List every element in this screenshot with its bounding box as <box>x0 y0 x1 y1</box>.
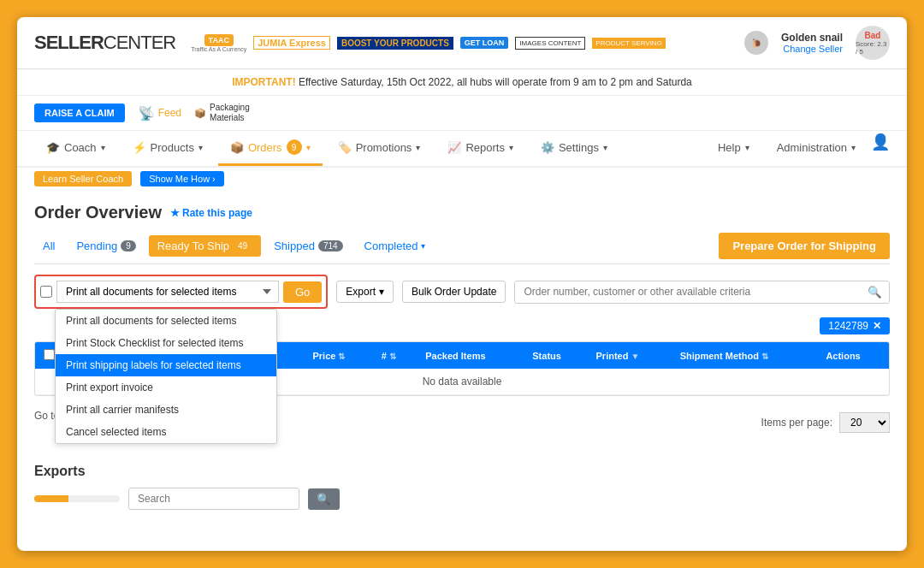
chevron-down-icon-reports: ▾ <box>509 143 513 152</box>
main-content: Order Overview ★ Rate this page All Pend… <box>17 190 907 464</box>
export-button[interactable]: Export ▾ <box>336 281 394 303</box>
prepare-order-button[interactable]: Prepare Order for Shipping <box>719 233 890 259</box>
tab-ready-label: Ready To Ship <box>157 240 229 252</box>
items-per-page-select[interactable]: 20 50 100 <box>839 412 890 433</box>
col-hash: # ⇅ <box>373 342 417 369</box>
raise-claim-button[interactable]: RAISE A CLAIM <box>34 104 125 122</box>
rss-icon: 📡 <box>138 105 155 121</box>
dropdown-menu-item-5[interactable]: Print all carrier manifests <box>56 399 276 421</box>
top-right: 🐌 Golden snail Change Seller Bad Score: … <box>744 26 890 60</box>
announcement-bar: IMPORTANT! Effective Saturday, 15th Oct … <box>17 69 907 96</box>
star-icon: ★ <box>170 207 180 219</box>
nav-item-settings[interactable]: ⚙️ Settings ▾ <box>529 133 619 165</box>
nav-bar: 🎓 Coach ▾ ⚡ Products ▾ 📦 Orders 9 ▾ 🏷️ P… <box>17 131 907 168</box>
bulk-order-button[interactable]: Bulk Order Update <box>402 281 506 303</box>
nav-help[interactable]: Help ▾ <box>706 133 761 165</box>
go-button[interactable]: Go <box>283 281 322 303</box>
chevron-down-icon-settings: ▾ <box>603 143 607 152</box>
nav-item-promotions[interactable]: 🏷️ Promotions ▾ <box>326 133 433 165</box>
getloan-badge: GET LOAN <box>460 37 509 49</box>
logo-seller: SELLER <box>34 32 104 53</box>
packaging-label: PackagingMaterials <box>210 103 250 123</box>
dropdown-menu-item-4[interactable]: Print export invoice <box>56 376 276 399</box>
feed-button[interactable]: 📡 Feed <box>138 105 181 121</box>
show-me-arrow: › <box>212 174 216 184</box>
main-container: SELLERCENTER TAAC Traffic As A Currency … <box>17 17 907 551</box>
header-checkbox[interactable] <box>44 349 55 360</box>
score-value: Score: 2.3 / 5 <box>856 40 890 56</box>
select-all-checkbox[interactable] <box>40 286 52 298</box>
col-printed: Printed ▼ <box>588 342 672 369</box>
page-title: Order Overview <box>34 203 162 222</box>
exports-search-button[interactable]: 🔍 <box>308 488 340 510</box>
chevron-down-icon-admin: ▾ <box>851 143 856 152</box>
col-shipment-method: Shipment Method ⇅ <box>672 342 818 369</box>
nav-products-label: Products <box>151 141 194 154</box>
exports-section: Exports 🔍 <box>17 464 907 523</box>
exports-progress-bar <box>34 495 120 502</box>
tab-shipped[interactable]: Shipped 714 <box>265 235 351 257</box>
chevron-down-icon-promotions: ▾ <box>416 143 420 152</box>
tab-ready[interactable]: Ready To Ship 49 <box>149 235 261 257</box>
bulk-action-select[interactable]: Print all documents for selected items P… <box>56 281 279 303</box>
nav-item-reports[interactable]: 📈 Reports ▾ <box>435 133 525 165</box>
nav-settings-label: Settings <box>559 141 599 154</box>
chevron-down-icon-products: ▾ <box>198 143 203 152</box>
search-button[interactable]: 🔍 <box>861 281 889 303</box>
search-bar: 🔍 <box>514 281 890 304</box>
chevron-down-icon-completed: ▾ <box>421 241 425 251</box>
boost-badge: BOOST YOUR PRODUCTS <box>337 37 453 50</box>
packaging-button[interactable]: 📦 PackagingMaterials <box>194 103 250 123</box>
nav-coach-label: Coach <box>64 141 97 154</box>
dropdown-menu-item-2[interactable]: Print Stock Checklist for selected items <box>56 332 276 354</box>
export-label: Export <box>346 286 376 298</box>
rate-label: Rate this page <box>182 207 252 219</box>
pending-badge: 9 <box>121 240 136 251</box>
show-me-how-button[interactable]: Show Me How › <box>140 171 224 186</box>
chevron-down-icon-export: ▾ <box>379 286 384 298</box>
rate-page-link[interactable]: ★ Rate this page <box>170 207 252 219</box>
logo-badges: TAAC Traffic As A Currency JUMIA Express… <box>191 34 666 52</box>
nav-item-coach[interactable]: 🎓 Coach ▾ <box>34 133 117 165</box>
nav-promotions-label: Promotions <box>356 141 412 154</box>
tab-pending[interactable]: Pending 9 <box>68 235 144 257</box>
learn-bar: Learn Seller Coach Show Me How › <box>17 168 907 190</box>
nav-help-label: Help <box>718 141 741 154</box>
orders-badge: 9 <box>287 139 302 155</box>
chevron-down-icon-help: ▾ <box>745 143 749 152</box>
order-search-input[interactable] <box>515 281 861 302</box>
col-price: Price ⇅ <box>304 342 372 369</box>
tab-completed[interactable]: Completed ▾ <box>356 235 435 257</box>
nav-admin[interactable]: Administration ▾ <box>765 133 868 165</box>
announcement-text: Effective Saturday, 15th Oct 2022, all h… <box>299 76 692 88</box>
tab-all[interactable]: All <box>34 235 63 257</box>
col-packed-items: Packed Items <box>417 342 524 369</box>
important-label: IMPORTANT! <box>232 76 295 88</box>
coach-icon: 🎓 <box>46 141 60 154</box>
action-bar: RAISE A CLAIM 📡 Feed 📦 PackagingMaterial… <box>17 96 907 131</box>
dropdown-menu-item-6[interactable]: Cancel selected items <box>56 421 276 443</box>
filter-tag-close[interactable]: ✕ <box>873 320 881 332</box>
order-actions-bar: Print all documents for selected items P… <box>34 275 890 309</box>
product-badge: PRODUCT SERVING <box>592 38 666 49</box>
sort-icon-printed: ▼ <box>631 352 639 361</box>
nav-orders-label: Orders <box>248 141 282 154</box>
score-bad-label: Bad <box>865 31 881 40</box>
nav-reports-label: Reports <box>465 141 505 154</box>
shipped-badge: 714 <box>318 240 343 251</box>
page-title-row: Order Overview ★ Rate this page <box>34 203 890 222</box>
learn-seller-coach-button[interactable]: Learn Seller Coach <box>34 171 132 186</box>
exports-search-input[interactable] <box>128 488 299 510</box>
top-bar: SELLERCENTER TAAC Traffic As A Currency … <box>17 17 907 69</box>
dropdown-menu-item-1[interactable]: Print all documents for selected items <box>56 310 276 332</box>
dropdown-menu-item-3[interactable]: Print shipping labels for selected items <box>56 354 276 376</box>
jumia-badge: JUMIA Express <box>253 36 330 50</box>
change-seller-link[interactable]: Change Seller <box>781 44 843 54</box>
nav-item-orders[interactable]: 📦 Orders 9 ▾ <box>218 131 323 166</box>
user-nav-icon[interactable]: 👤 <box>871 133 890 165</box>
nav-item-products[interactable]: ⚡ Products ▾ <box>121 133 215 165</box>
col-status: Status <box>524 342 587 369</box>
exports-progress-fill <box>34 495 68 502</box>
exports-bar: 🔍 <box>34 488 890 510</box>
products-icon: ⚡ <box>133 141 146 154</box>
